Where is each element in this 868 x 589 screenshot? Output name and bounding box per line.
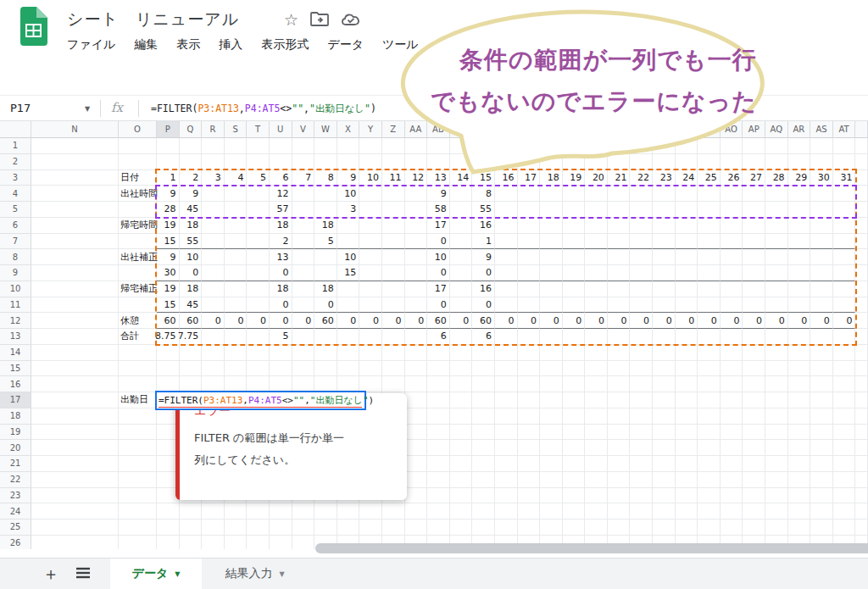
menu-view[interactable]: 表示 [176,37,200,53]
cell[interactable] [31,154,119,170]
cell[interactable] [119,456,157,472]
cell[interactable]: 12 [270,186,292,202]
cell[interactable] [450,408,473,425]
cell[interactable] [833,249,856,265]
cell[interactable] [314,345,337,361]
cell[interactable] [608,345,631,361]
cell[interactable] [359,329,382,345]
row-header[interactable]: 10 [0,281,31,297]
cell[interactable] [337,361,360,377]
cell[interactable] [359,265,382,281]
cell[interactable] [495,234,518,250]
cell[interactable] [630,329,653,345]
all-sheets-icon[interactable] [75,566,91,580]
cell[interactable]: 0 [427,265,450,281]
column-header[interactable]: AM [676,121,698,138]
cell[interactable] [630,376,653,392]
cell[interactable] [698,265,721,281]
row-header[interactable]: 12 [0,313,31,329]
cell[interactable] [540,297,563,314]
cell[interactable] [157,345,180,361]
cell[interactable] [31,186,119,202]
cell[interactable] [359,154,382,170]
row-header[interactable]: 8 [0,249,31,265]
cell[interactable] [540,138,563,154]
cell[interactable] [563,472,586,488]
cell[interactable] [292,281,315,297]
cell[interactable] [653,329,676,345]
cell[interactable] [202,503,225,520]
cell[interactable] [765,345,788,361]
cell[interactable] [608,376,631,392]
column-header[interactable]: T [247,121,270,138]
cell[interactable] [743,186,765,202]
cell[interactable] [31,536,119,549]
cell[interactable]: 0 [810,313,833,329]
cell[interactable]: 30 [810,170,833,186]
cell[interactable] [495,456,518,472]
cell[interactable]: 19 [157,281,180,297]
cell[interactable] [833,440,856,456]
cell[interactable] [495,281,518,297]
cell[interactable] [292,297,315,314]
cell[interactable] [495,249,518,265]
cell[interactable]: 16 [472,218,495,234]
cell[interactable] [721,154,743,170]
cell[interactable] [630,392,653,408]
cell[interactable] [450,218,473,234]
cell[interactable] [382,520,405,536]
cell[interactable] [855,281,868,297]
cell[interactable] [495,154,518,170]
cell[interactable] [31,234,119,250]
cell[interactable]: 9 [337,170,360,186]
cell[interactable] [540,281,563,297]
cell[interactable] [855,297,868,314]
cell[interactable] [585,138,608,154]
cell[interactable] [653,249,676,265]
cell[interactable] [855,345,868,361]
cell[interactable] [540,520,563,536]
cell[interactable] [119,440,157,456]
cell[interactable] [247,218,270,234]
cell[interactable] [247,249,270,265]
active-cell-editor[interactable]: =FILTER(P3:AT13,P4:AT5<>"","出勤日なし") [155,391,366,410]
cell[interactable] [405,520,428,536]
cell[interactable] [540,425,563,441]
cell[interactable] [698,440,721,456]
cell[interactable] [788,520,811,536]
cell[interactable] [314,138,337,154]
cell[interactable] [743,408,765,425]
cell[interactable] [180,154,203,170]
cell[interactable] [833,456,856,472]
cell[interactable]: 0 [337,313,360,329]
cell[interactable] [721,472,743,488]
cell[interactable] [518,265,541,281]
cell[interactable] [788,392,811,408]
cell[interactable] [833,376,856,392]
cell[interactable] [450,154,473,170]
cell[interactable] [472,440,495,456]
column-header[interactable]: AP [743,121,765,138]
column-header[interactable]: AQ [765,121,788,138]
cell[interactable] [202,154,225,170]
cell[interactable] [676,472,698,488]
cell[interactable] [247,186,270,202]
cell[interactable] [382,234,405,250]
cell[interactable] [630,408,653,425]
cell[interactable]: 0 [472,265,495,281]
cell[interactable] [765,297,788,314]
row-header[interactable]: 19 [0,425,31,441]
cell[interactable] [540,488,563,504]
cell[interactable]: 0 [359,313,382,329]
cell[interactable] [630,154,653,170]
cell[interactable]: 10 [359,170,382,186]
cell[interactable] [495,218,518,234]
cell[interactable]: 0 [180,265,203,281]
cell[interactable]: 0 [608,313,631,329]
cell[interactable] [31,361,119,377]
cell[interactable] [653,488,676,504]
column-header[interactable]: AE [495,121,518,138]
cell[interactable] [119,265,157,281]
cell[interactable] [450,249,473,265]
cell[interactable]: 15 [157,234,180,250]
